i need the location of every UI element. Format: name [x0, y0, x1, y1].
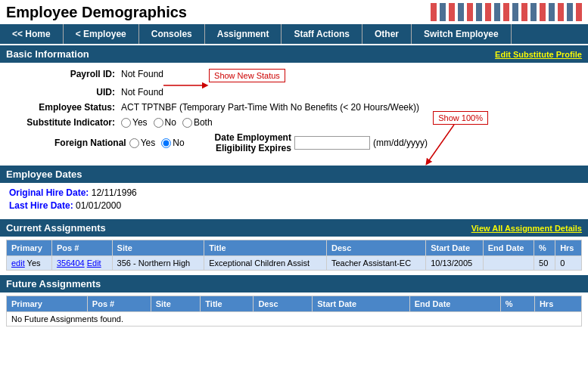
nav-switch-employee[interactable]: Switch Employee: [412, 24, 512, 44]
col-title: Title: [204, 240, 327, 256]
show-pct-button[interactable]: Show 100%: [433, 111, 488, 125]
nav-staff-actions[interactable]: Staff Actions: [282, 24, 362, 44]
row-desc: Teacher Assistant-EC: [327, 256, 426, 271]
last-hire-label: Last Hire Date:: [9, 200, 73, 211]
basic-info-header: Basic Information Edit Substitute Profil…: [0, 45, 588, 63]
uid-value: Not Found: [121, 87, 163, 98]
foreign-national-group: Yes No: [129, 138, 185, 148]
page-title: Employee Demographics: [6, 4, 187, 21]
uid-label: UID:: [9, 87, 115, 98]
nav-other[interactable]: Other: [362, 24, 412, 44]
sub-both-option[interactable]: Both: [182, 117, 213, 128]
arrow-svg: [163, 82, 209, 105]
employee-dates-section: Original Hire Date: 12/11/1996 Last Hire…: [0, 183, 588, 218]
show-new-status-button[interactable]: Show New Status: [209, 69, 285, 82]
page-header: Employee Demographics: [0, 0, 588, 24]
fcol-title: Title: [201, 296, 254, 312]
sub-no-radio[interactable]: [154, 118, 163, 128]
foreign-national-row: Foreign National Yes No Date Employment …: [9, 132, 579, 153]
current-assignments-table: Primary Pos # Site Title Desc Start Date…: [6, 240, 582, 271]
fn-yes-radio[interactable]: [129, 138, 139, 148]
sub-both-radio[interactable]: [182, 118, 192, 128]
employee-status-label: Employee Status:: [9, 102, 115, 113]
payroll-id-label: Payroll ID:: [9, 69, 115, 79]
original-hire-row: Original Hire Date: 12/11/1996: [9, 187, 579, 198]
fcol-pos-num: Pos #: [87, 296, 151, 312]
edit-substitute-profile-link[interactable]: Edit Substitute Profile: [495, 50, 582, 59]
col-site: Site: [112, 240, 204, 256]
table-row: edit Yes 356404 Edit 356 - Northern High…: [7, 256, 582, 271]
col-start-date: Start Date: [426, 240, 484, 256]
nav-bar: << Home < Employee Consoles Assignment S…: [0, 24, 588, 44]
row-pct: 50: [534, 256, 555, 271]
col-end-date: End Date: [483, 240, 534, 256]
sub-yes-option[interactable]: Yes: [121, 117, 148, 128]
col-primary: Primary: [7, 240, 52, 256]
payroll-id-value: Not Found: [121, 69, 163, 79]
employee-status-row: Employee Status: ACT TPTNBF (Temporary P…: [9, 102, 579, 113]
fcol-start-date: Start Date: [313, 296, 410, 312]
employee-dates-title: Employee Dates: [6, 169, 82, 180]
date-employment-label: Date Employment: [215, 132, 291, 143]
pos-edit-link[interactable]: Edit: [87, 258, 101, 268]
fcol-desc: Desc: [254, 296, 313, 312]
nav-home[interactable]: << Home: [0, 24, 64, 44]
edit-link[interactable]: edit: [11, 258, 25, 268]
date-employment-group: Date Employment Eligibility Expires (mm/…: [215, 132, 428, 153]
pos-num-link[interactable]: 356404: [57, 258, 85, 268]
fcol-end-date: End Date: [409, 296, 500, 312]
sub-no-option[interactable]: No: [154, 117, 176, 128]
view-all-assignment-details-link[interactable]: View All Assignment Details: [471, 224, 582, 233]
substitute-indicator-row: Substitute Indicator: Yes No Both: [9, 117, 579, 128]
date-employment-input[interactable]: [294, 136, 370, 150]
show-pct-container: Show 100%: [433, 111, 488, 125]
row-start-date: 10/13/2005: [426, 256, 484, 271]
flag-image: [431, 3, 582, 21]
current-assignments-header: Current Assignments View All Assignment …: [0, 219, 588, 237]
current-assignments-header-row: Primary Pos # Site Title Desc Start Date…: [7, 240, 582, 256]
future-assignments-title: Future Assignments: [6, 278, 101, 289]
row-site: 356 - Northern High: [112, 256, 204, 271]
fn-no-option[interactable]: No: [161, 138, 184, 148]
nav-consoles[interactable]: Consoles: [139, 24, 205, 44]
col-desc: Desc: [327, 240, 426, 256]
basic-info-title: Basic Information: [6, 48, 89, 60]
last-hire-value: 01/01/2000: [76, 200, 121, 211]
row-edit-primary: edit Yes: [7, 256, 52, 271]
pct-arrow-svg: [424, 125, 484, 166]
date-format-label: (mm/dd/yyyy): [373, 138, 428, 148]
future-no-data-cell: No Future Assignments found.: [7, 312, 582, 327]
fcol-pct: %: [500, 296, 534, 312]
payroll-id-row: Payroll ID: Not Found Show New Status: [9, 69, 579, 82]
original-hire-label: Original Hire Date:: [9, 187, 89, 198]
current-assignments-section: Primary Pos # Site Title Desc Start Date…: [0, 237, 588, 274]
row-hrs: 0: [555, 256, 582, 271]
fn-yes-option[interactable]: Yes: [129, 138, 156, 148]
last-hire-row: Last Hire Date: 01/01/2000: [9, 200, 579, 211]
row-end-date: [483, 256, 534, 271]
eligibility-label: Eligibility Expires: [215, 143, 291, 153]
nav-employee[interactable]: < Employee: [64, 24, 139, 44]
fcol-hrs: Hrs: [534, 296, 581, 312]
primary-value: Yes: [27, 258, 41, 268]
original-hire-value: 12/11/1996: [92, 187, 137, 198]
row-title: Exceptional Children Assist: [204, 256, 327, 271]
employee-dates-header: Employee Dates: [0, 166, 588, 183]
sub-yes-radio[interactable]: [121, 118, 131, 128]
date-employment-label-group: Date Employment Eligibility Expires: [215, 132, 291, 153]
svg-line-1: [428, 125, 454, 162]
future-no-data-row: No Future Assignments found.: [7, 312, 582, 327]
col-pct: %: [534, 240, 555, 256]
future-assignments-header: Future Assignments: [0, 275, 588, 292]
col-hrs: Hrs: [555, 240, 582, 256]
uid-row: UID: Not Found: [9, 87, 579, 98]
basic-info-section: Payroll ID: Not Found Show New Status UI…: [0, 63, 588, 164]
substitute-indicator-label: Substitute Indicator:: [9, 117, 115, 128]
fn-no-radio[interactable]: [161, 138, 171, 148]
nav-assignment[interactable]: Assignment: [205, 24, 282, 44]
col-pos-num: Pos #: [51, 240, 112, 256]
foreign-national-label: Foreign National: [54, 138, 126, 148]
future-assignments-table: Primary Pos # Site Title Desc Start Date…: [6, 296, 582, 327]
future-assignments-header-row: Primary Pos # Site Title Desc Start Date…: [7, 296, 582, 312]
substitute-indicator-group: Yes No Both: [121, 117, 213, 128]
